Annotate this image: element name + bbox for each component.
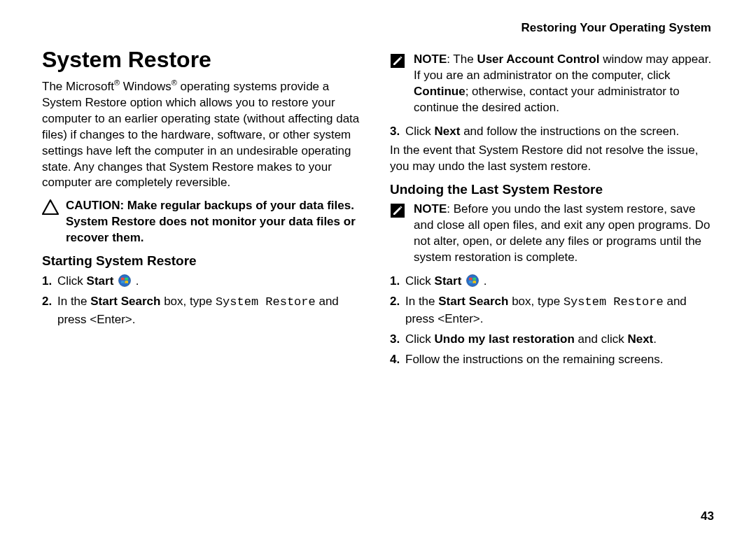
step-text: In the [57,295,90,308]
bridge-paragraph: In the event that System Restore did not… [390,143,714,175]
intro-text-pre: The Microsoft [42,80,114,93]
undo-heading: Undoing the Last System Restore [390,182,714,197]
next-label: Next [627,332,653,346]
note-text: NOTE: Before you undo the last system re… [414,202,714,266]
windows-start-icon [466,274,479,287]
manual-page: Restoring Your Operating System System R… [0,0,756,536]
note-text: NOTE: The User Account Control window ma… [414,52,714,116]
step-text: and follow the instructions on the scree… [460,125,679,138]
step-text: Click [405,125,435,138]
starting-heading: Starting System Restore [42,253,366,269]
registered-symbol: ® [172,78,177,87]
registered-symbol: ® [114,78,120,87]
left-column: System Restore The Microsoft® Windows® o… [42,48,366,371]
start-label: Start [435,274,462,288]
svg-marker-0 [43,200,58,214]
note-callout: NOTE: The User Account Control window ma… [390,52,714,116]
intro-paragraph: The Microsoft® Windows® operating system… [42,78,366,191]
caution-text: CAUTION: Make regular backups of your da… [66,198,366,246]
continue-label: Continue [414,85,465,98]
step-item: Click Start . [390,273,714,290]
intro-text-mid: Windows [120,80,172,93]
caution-icon [42,199,59,215]
start-label: Start [87,274,114,288]
step-tail: . [132,274,139,288]
section-header: Restoring Your Operating System [42,21,714,35]
undo-steps: Click Start . In the Start Search box, t… [390,273,714,368]
step-text: Click [405,274,435,288]
step-text: box, type [160,295,215,308]
step-text: and click [575,332,628,346]
starting-steps: Click Start . In the Start Search box, t… [42,273,366,328]
windows-start-icon [118,274,131,287]
page-title: System Restore [42,48,366,72]
note-icon [390,53,407,69]
undo-restoration-label: Undo my last restoration [435,332,575,346]
step-tail: . [480,274,486,288]
content-columns: System Restore The Microsoft® Windows® o… [42,48,714,371]
svg-point-4 [467,275,479,287]
page-number: 43 [701,509,714,523]
note-label: NOTE [414,202,447,216]
code-text: System Restore [564,295,664,309]
code-text: System Restore [216,295,316,309]
step-text: Follow the instructions on the remaining… [405,353,664,366]
step-text: . [653,332,657,346]
step-text: box, type [508,295,563,308]
note-icon [390,203,407,218]
next-label: Next [435,125,461,138]
caution-label: CAUTION: [66,199,127,212]
step-item: Click Undo my last restoration and click… [390,331,714,348]
step-item: Click Start . [42,273,366,290]
start-search-label: Start Search [438,295,508,308]
note-body: : The [447,52,477,66]
note-body: : Before you undo the last system restor… [414,202,710,264]
right-column: NOTE: The User Account Control window ma… [390,48,714,371]
continued-steps: Click Next and follow the instructions o… [390,123,714,141]
caution-callout: CAUTION: Make regular backups of your da… [42,198,366,246]
uac-label: User Account Control [477,52,599,66]
intro-text-post: operating systems provide a System Resto… [42,80,359,190]
svg-point-1 [119,275,131,287]
step-text: In the [405,295,438,308]
start-search-label: Start Search [90,295,160,308]
step-text: Click [405,332,435,346]
step-item: Click Next and follow the instructions o… [390,123,714,141]
note-label: NOTE [414,52,447,66]
step-item: Follow the instructions on the remaining… [390,351,714,369]
note-callout: NOTE: Before you undo the last system re… [390,202,714,266]
step-item: In the Start Search box, type System Res… [42,293,366,328]
step-text: Click [57,274,87,288]
step-item: In the Start Search box, type System Res… [390,293,714,328]
